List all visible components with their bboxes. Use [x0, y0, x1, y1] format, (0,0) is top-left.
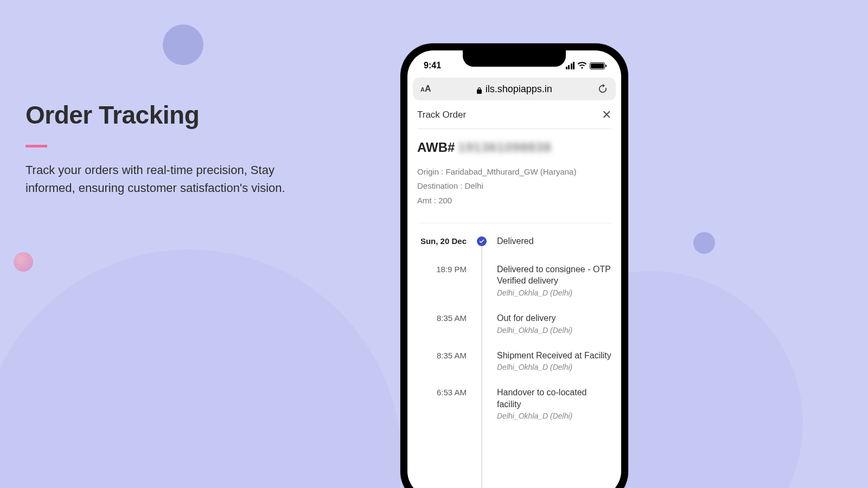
phone-mockup: 9:41 AA ils.shopiapps.in [400, 43, 628, 488]
event-title: Shipment Received at Facility [497, 350, 611, 362]
event-time: 8:35 AM [417, 350, 474, 372]
track-order-header: Track Order ✕ [407, 100, 621, 129]
heading-underline [25, 145, 47, 147]
timeline-event: 8:35 AM Shipment Received at Facility De… [417, 350, 611, 372]
event-location: Delhi_Okhla_D (Delhi) [497, 412, 611, 420]
awb-section: AWB# 191361098838 Origin : Faridabad_Mth… [407, 129, 621, 215]
event-location: Delhi_Okhla_D (Delhi) [497, 288, 611, 297]
decorative-circle [0, 249, 401, 488]
amount-line: Amt : 200 [417, 194, 611, 208]
lock-icon [476, 85, 482, 93]
awb-value-masked: 191361098838 [458, 140, 551, 155]
phone-notch [463, 50, 566, 67]
page-content: Track Order ✕ AWB# 191361098838 Origin :… [407, 100, 621, 420]
text-size-button[interactable]: AA [420, 84, 431, 94]
decorative-circle [14, 252, 33, 272]
url-display[interactable]: ils.shopiapps.in [431, 84, 597, 95]
page-title: Track Order [417, 110, 466, 120]
event-location: Delhi_Okhla_D (Delhi) [497, 363, 611, 371]
event-title: Handover to co-located facility [497, 387, 611, 410]
event-time: 6:53 AM [417, 387, 474, 420]
destination-line: Destination : Delhi [417, 179, 611, 193]
awb-number: AWB# 191361098838 [417, 140, 611, 155]
battery-icon [590, 62, 605, 69]
event-title: Out for delivery [497, 312, 611, 324]
close-icon[interactable]: ✕ [602, 108, 611, 122]
awb-label: AWB# [417, 140, 455, 155]
hero-heading: Order Tracking [25, 100, 308, 130]
event-time: 18:9 PM [417, 264, 474, 297]
phone-screen: 9:41 AA ils.shopiapps.in [407, 50, 621, 488]
origin-line: Origin : Faridabad_Mthurard_GW (Haryana) [417, 165, 611, 179]
url-text: ils.shopiapps.in [486, 84, 552, 95]
timeline-event: 8:35 AM Out for delivery Delhi_Okhla_D (… [417, 312, 611, 335]
timeline-event: 6:53 AM Handover to co-located facility … [417, 387, 611, 420]
timeline-date: Sun, 20 Dec [417, 236, 474, 246]
browser-address-bar[interactable]: AA ils.shopiapps.in [413, 78, 616, 100]
timeline-status: Delivered [489, 236, 611, 246]
wifi-icon [577, 62, 587, 69]
timeline-event: 18:9 PM Delivered to consignee - OTP Ver… [417, 264, 611, 297]
cellular-signal-icon [566, 62, 575, 69]
decorative-circle [163, 24, 203, 65]
check-circle-icon [477, 236, 487, 246]
event-title: Delivered to consignee - OTP Verified de… [497, 264, 611, 287]
hero-subtext: Track your orders with real-time precisi… [25, 161, 308, 197]
status-indicators [566, 62, 605, 69]
timeline-header-row: Sun, 20 Dec Delivered [407, 223, 621, 246]
decorative-circle [693, 232, 715, 254]
status-time: 9:41 [424, 61, 441, 70]
timeline-events: 18:9 PM Delivered to consignee - OTP Ver… [407, 246, 621, 421]
shipment-meta: Origin : Faridabad_Mthurard_GW (Haryana)… [417, 165, 611, 208]
event-location: Delhi_Okhla_D (Delhi) [497, 326, 611, 335]
hero-text-block: Order Tracking Track your orders with re… [25, 100, 308, 197]
event-time: 8:35 AM [417, 312, 474, 335]
timeline-line [481, 242, 482, 488]
reload-icon[interactable] [597, 84, 608, 94]
